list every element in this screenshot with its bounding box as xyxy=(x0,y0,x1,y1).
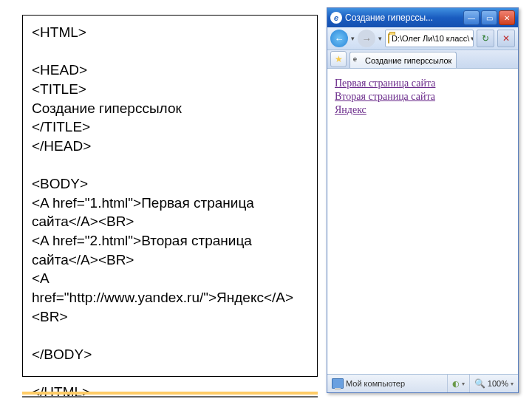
back-button[interactable]: ← xyxy=(330,30,348,47)
code-line: <HEAD> xyxy=(32,61,308,80)
code-line: <A href="1.html">Первая страница сайта</… xyxy=(32,194,308,231)
status-bar: Мой компьютер ◐ ▾ 🔍 100% ▾ xyxy=(327,374,518,392)
slide-accent-line xyxy=(22,396,318,398)
code-line: <A href="http://www.yandex.ru/">Яндекс</… xyxy=(32,269,308,326)
address-bar[interactable]: D:\Олег Ли\10 класс\ ▾ xyxy=(385,30,474,47)
computer-icon xyxy=(332,378,344,389)
protected-mode-segment[interactable]: ◐ ▾ xyxy=(447,375,469,392)
code-line: <TITLE> xyxy=(32,80,308,99)
window-title: Создание гиперссы... xyxy=(345,13,463,23)
back-history-dropdown[interactable]: ▾ xyxy=(351,35,355,42)
chevron-down-icon: ▾ xyxy=(462,381,465,387)
ie-icon: e xyxy=(330,12,342,24)
status-text: Мой компьютер xyxy=(346,379,405,388)
hyperlink-2[interactable]: Вторая страница сайта xyxy=(335,91,511,103)
nav-toolbar: ← ▾ → ▾ D:\Олег Ли\10 класс\ ▾ ↻ ✕ xyxy=(327,27,518,50)
go-refresh-button[interactable]: ↻ xyxy=(477,30,494,47)
hyperlink-3[interactable]: Яндекс xyxy=(335,104,511,116)
page-content: Первая страница сайта Вторая страница са… xyxy=(327,69,518,126)
code-line: <BODY> xyxy=(32,174,308,194)
folder-icon xyxy=(388,33,389,44)
zoom-control[interactable]: 🔍 100% ▾ xyxy=(469,375,518,392)
minimize-button[interactable]: — xyxy=(463,10,480,25)
maximize-button[interactable]: ▭ xyxy=(481,10,497,25)
zoom-level: 100% xyxy=(488,379,508,388)
code-line: </TITLE> xyxy=(32,117,308,137)
hyperlink-1[interactable]: Первая страница сайта xyxy=(335,78,511,89)
browser-tab[interactable]: e Создание гиперссылок xyxy=(349,52,457,68)
chevron-down-icon: ▾ xyxy=(511,381,514,387)
tab-label: Создание гиперссылок xyxy=(365,56,451,65)
slide-accent-bar xyxy=(22,392,318,395)
ie-icon: e xyxy=(353,55,363,65)
favorites-button[interactable]: ★ xyxy=(330,51,347,67)
close-button[interactable]: ✕ xyxy=(499,10,515,25)
tab-bar: ★ e Создание гиперссылок xyxy=(327,50,518,69)
code-line: Создание гиперссылок xyxy=(32,99,308,118)
forward-history-dropdown[interactable]: ▾ xyxy=(378,35,382,42)
address-dropdown-icon[interactable]: ▾ xyxy=(469,35,474,42)
code-line: </HEAD> xyxy=(32,137,308,156)
stop-button[interactable]: ✕ xyxy=(497,30,515,47)
code-line: <A href="2.html">Вторая страница сайта</… xyxy=(32,231,308,269)
forward-button[interactable]: → xyxy=(358,30,375,47)
shield-icon: ◐ xyxy=(452,379,460,389)
window-titlebar[interactable]: e Создание гиперссы... — ▭ ✕ xyxy=(327,8,518,27)
code-listing: <HTML> <HEAD> <TITLE> Создание гиперссыл… xyxy=(22,15,318,377)
zoom-icon: 🔍 xyxy=(474,378,485,389)
code-line: <HTML> xyxy=(32,23,308,42)
browser-window: e Создание гиперссы... — ▭ ✕ ← ▾ → ▾ D:\… xyxy=(327,7,519,393)
code-line: </BODY> xyxy=(32,345,308,364)
address-text: D:\Олег Ли\10 класс\ xyxy=(392,34,469,43)
